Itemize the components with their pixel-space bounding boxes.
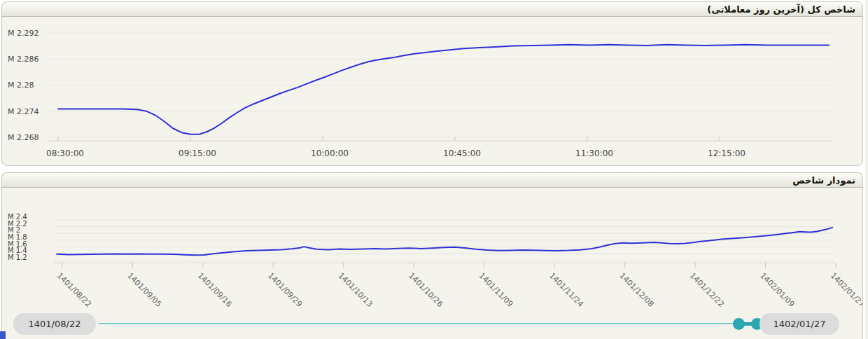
svg-text:1401/10/13: 1401/10/13 — [337, 271, 374, 309]
svg-text:M 2.286: M 2.286 — [8, 55, 38, 64]
intraday-panel: شاخص کل (آخرین روز معاملاتی) M 2.292M 2.… — [1, 1, 863, 166]
intraday-panel-title: شاخص کل (آخرین روز معاملاتی) — [707, 4, 855, 15]
svg-text:1401/12/08: 1401/12/08 — [617, 271, 655, 309]
svg-text:1402/01/09: 1402/01/09 — [758, 271, 796, 309]
svg-text:M 2.268: M 2.268 — [8, 133, 38, 142]
svg-text:1401/11/24: 1401/11/24 — [547, 271, 585, 309]
svg-text:1401/09/16: 1401/09/16 — [196, 271, 234, 309]
date-range-slider: 1401/08/22 1402/01/27 — [2, 312, 862, 339]
range-start-pill: 1401/08/22 — [13, 313, 96, 335]
svg-text:1401/10/26: 1401/10/26 — [407, 271, 444, 309]
svg-text:10:00:00: 10:00:00 — [311, 148, 349, 158]
svg-text:12:15:00: 12:15:00 — [708, 148, 746, 158]
svg-text:M 2.274: M 2.274 — [8, 107, 38, 116]
svg-text:M 2.292: M 2.292 — [8, 29, 38, 38]
svg-text:1401/11/09: 1401/11/09 — [477, 271, 515, 309]
svg-text:M 1.2: M 1.2 — [8, 254, 27, 261]
history-chart[interactable]: M 2.4M 2.2M 2M 1.8M 1.6M 1.4M 1.21401/08… — [2, 188, 862, 312]
svg-text:1401/08/22: 1401/08/22 — [55, 271, 93, 309]
svg-text:1401/09/29: 1401/09/29 — [266, 271, 304, 309]
intraday-chart[interactable]: M 2.292M 2.286M 2.28M 2.274M 2.26808:30:… — [2, 17, 862, 166]
range-end-pill: 1402/01/27 — [760, 313, 839, 335]
intraday-panel-header: شاخص کل (آخرین روز معاملاتی) — [2, 2, 862, 17]
svg-text:10:45:00: 10:45:00 — [443, 148, 481, 158]
bottom-left-artifact — [0, 331, 6, 339]
history-panel-header: نمودار شاخص — [2, 173, 862, 188]
svg-text:09:15:00: 09:15:00 — [178, 148, 216, 158]
slider-track[interactable] — [99, 323, 739, 324]
svg-text:M 2.28: M 2.28 — [8, 81, 34, 90]
history-panel-title: نمودار شاخص — [792, 175, 855, 186]
svg-text:1402/01/27: 1402/01/27 — [829, 271, 862, 309]
svg-text:11:30:00: 11:30:00 — [575, 148, 613, 158]
svg-text:08:30:00: 08:30:00 — [46, 148, 84, 158]
svg-text:1401/09/05: 1401/09/05 — [125, 271, 163, 309]
right-edge-strip — [865, 0, 868, 339]
slider-handle-left[interactable] — [733, 318, 745, 330]
history-panel: نمودار شاخص M 2.4M 2.2M 2M 1.8M 1.6M 1.4… — [1, 172, 863, 339]
svg-text:1401/12/22: 1401/12/22 — [688, 271, 726, 309]
